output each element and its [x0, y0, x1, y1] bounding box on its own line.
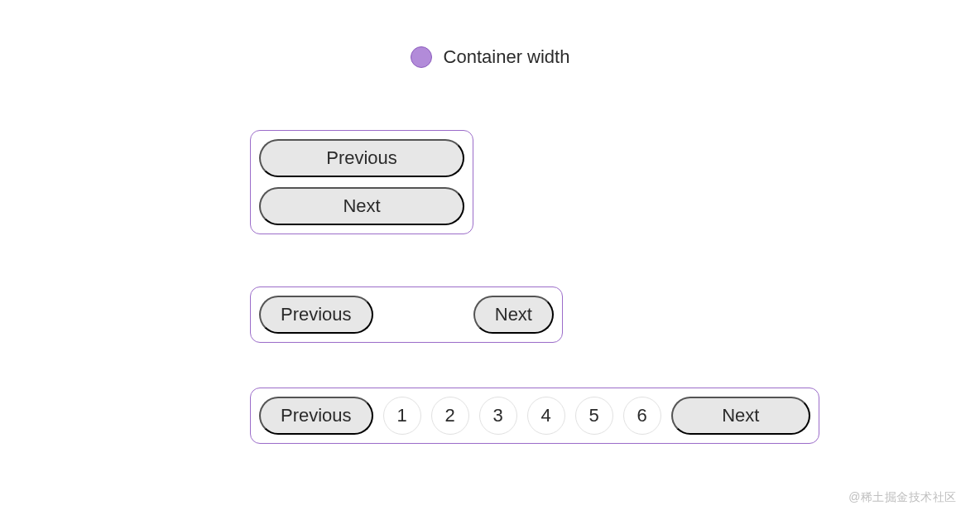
container-wide: Previous 1 2 3 4 5 6 Next: [250, 388, 819, 444]
legend: Container width: [3, 46, 977, 68]
page-numbers: 1 2 3 4 5 6: [383, 397, 661, 435]
container-narrow: Previous Next: [250, 130, 473, 234]
page-number-6[interactable]: 6: [623, 397, 661, 435]
previous-button[interactable]: Previous: [259, 397, 373, 435]
legend-dot-icon: [411, 46, 432, 68]
page-number-1[interactable]: 1: [383, 397, 421, 435]
page-number-4[interactable]: 4: [527, 397, 565, 435]
container-medium: Previous Next: [250, 286, 563, 343]
page-number-3[interactable]: 3: [479, 397, 517, 435]
page-number-2[interactable]: 2: [431, 397, 469, 435]
previous-button[interactable]: Previous: [259, 139, 464, 177]
watermark: @稀土掘金技术社区: [848, 490, 957, 505]
next-button[interactable]: Next: [259, 187, 464, 225]
next-button[interactable]: Next: [671, 397, 810, 435]
legend-label: Container width: [444, 46, 570, 68]
page-number-5[interactable]: 5: [575, 397, 613, 435]
previous-button[interactable]: Previous: [259, 296, 373, 334]
next-button[interactable]: Next: [473, 296, 554, 334]
